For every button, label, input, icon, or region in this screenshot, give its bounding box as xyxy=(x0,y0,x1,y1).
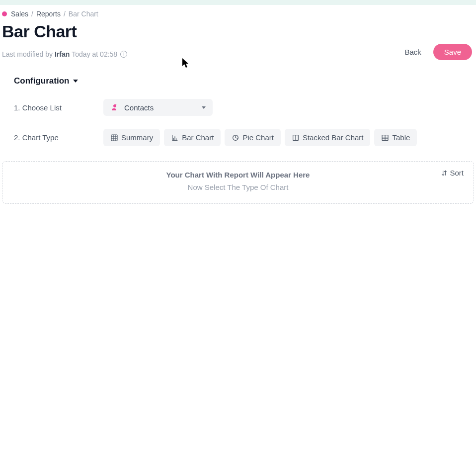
chart-type-label: 2. Chart Type xyxy=(14,133,103,142)
configuration-section: Configuration 1. Choose List Contacts 2.… xyxy=(0,76,476,146)
placeholder-title: Your Chart With Report Will Appear Here xyxy=(166,171,310,179)
breadcrumb-separator: / xyxy=(31,10,33,18)
table-icon xyxy=(381,134,389,142)
header-actions: Back Save xyxy=(400,44,472,60)
pie-chart-icon xyxy=(232,134,239,142)
chart-type-table-label: Table xyxy=(392,133,410,142)
chart-type-bar[interactable]: Bar Chart xyxy=(164,129,221,146)
chart-type-stacked-bar-label: Stacked Bar Chart xyxy=(303,133,364,142)
summary-icon xyxy=(110,134,118,142)
breadcrumb-link-reports[interactable]: Reports xyxy=(36,10,61,18)
chart-type-summary-label: Summary xyxy=(121,133,153,142)
chart-type-row: 2. Chart Type Summary xyxy=(14,129,462,146)
modified-prefix: Last modified by xyxy=(2,50,53,58)
info-icon[interactable]: i xyxy=(120,51,127,58)
stacked-bar-icon xyxy=(292,134,300,142)
caret-down-icon xyxy=(73,80,78,83)
modified-user: Irfan xyxy=(55,50,70,58)
sort-label: Sort xyxy=(450,169,464,177)
sort-button[interactable]: Sort xyxy=(441,169,464,177)
svg-line-12 xyxy=(236,138,238,138)
modified-time: Today at 02:58 xyxy=(72,50,117,58)
breadcrumb-separator: / xyxy=(64,10,66,18)
bar-chart-icon xyxy=(171,134,179,142)
configuration-header[interactable]: Configuration xyxy=(14,76,462,86)
chart-placeholder: Your Chart With Report Will Appear Here … xyxy=(2,161,474,204)
configuration-label: Configuration xyxy=(14,76,69,86)
breadcrumb-dot-icon xyxy=(2,11,7,16)
chart-type-stacked-bar[interactable]: Stacked Bar Chart xyxy=(285,129,371,146)
header-row: Bar Chart Last modified by Irfan Today a… xyxy=(0,23,476,60)
choose-list-row: 1. Choose List Contacts xyxy=(14,99,462,116)
choose-list-label: 1. Choose List xyxy=(14,103,103,112)
top-bar xyxy=(0,0,476,5)
dropdown-arrow-icon xyxy=(202,106,206,109)
svg-rect-0 xyxy=(111,135,117,141)
chart-type-bar-label: Bar Chart xyxy=(182,133,214,142)
breadcrumb-current: Bar Chart xyxy=(69,10,98,18)
chart-type-table[interactable]: Table xyxy=(374,129,417,146)
chart-type-group: Summary Bar Chart Pie Chart xyxy=(103,129,417,146)
list-selector[interactable]: Contacts xyxy=(103,99,213,116)
page-title: Bar Chart xyxy=(2,22,127,41)
chart-type-summary[interactable]: Summary xyxy=(103,129,160,146)
sort-icon xyxy=(441,170,448,177)
last-modified: Last modified by Irfan Today at 02:58 i xyxy=(2,50,127,58)
contacts-icon xyxy=(110,103,119,112)
back-button[interactable]: Back xyxy=(400,45,425,59)
breadcrumb-link-sales[interactable]: Sales xyxy=(11,10,28,18)
title-area: Bar Chart Last modified by Irfan Today a… xyxy=(2,23,127,58)
placeholder-subtitle: Now Select The Type Of Chart xyxy=(166,183,310,191)
chart-type-pie[interactable]: Pie Chart xyxy=(225,129,281,146)
save-button[interactable]: Save xyxy=(433,44,472,60)
list-selector-value: Contacts xyxy=(124,103,154,112)
chart-type-pie-label: Pie Chart xyxy=(242,133,274,142)
breadcrumb: Sales / Reports / Bar Chart xyxy=(0,5,476,23)
